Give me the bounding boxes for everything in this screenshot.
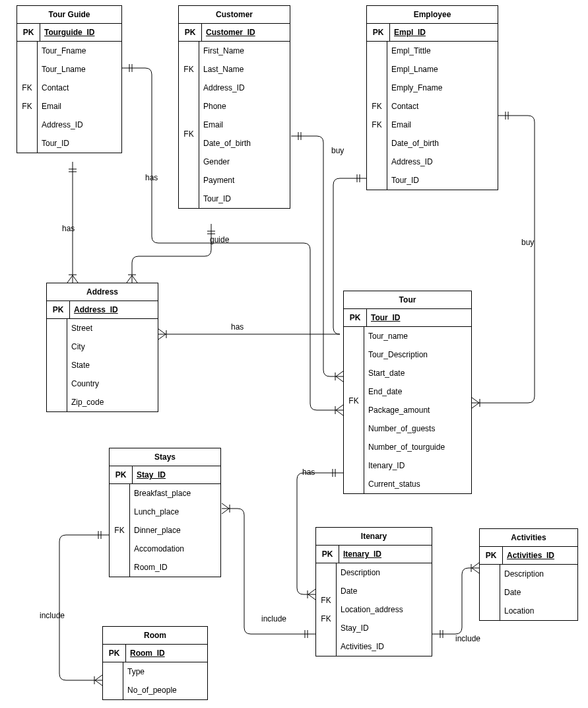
attr-name: Phone bbox=[199, 97, 290, 116]
rel-itenary-include-stays: include bbox=[261, 614, 286, 623]
attr-name: Number_of_guests bbox=[364, 419, 471, 438]
entity-activities: Activities PK Activities_ID Description … bbox=[479, 528, 578, 621]
pk-name: Activities_ID bbox=[503, 547, 577, 564]
attr-key bbox=[344, 410, 364, 419]
pk-label: PK bbox=[47, 301, 70, 318]
attr-name: Location_address bbox=[337, 600, 432, 619]
entity-stays-title: Stays bbox=[110, 448, 220, 466]
rel-itenary-include-activities: include bbox=[455, 634, 480, 643]
attr-key bbox=[110, 493, 129, 503]
entity-room-title: Room bbox=[103, 627, 207, 645]
attr-key bbox=[344, 364, 364, 373]
pk-label: PK bbox=[344, 309, 367, 326]
attr-name: Current_status bbox=[364, 475, 471, 493]
attr-name: Description bbox=[337, 563, 432, 582]
entity-room: Room PK Room_ID Type No_of_people bbox=[102, 626, 208, 700]
attr-key bbox=[344, 373, 364, 382]
attr-name: Package_amount bbox=[364, 401, 471, 419]
attr-key: FK bbox=[316, 610, 336, 628]
pk-label: PK bbox=[179, 24, 202, 41]
attr-key bbox=[179, 42, 199, 51]
attr-key bbox=[367, 69, 387, 79]
attr-name: Street bbox=[67, 319, 158, 337]
attr-key: FK bbox=[110, 521, 129, 540]
attr-key bbox=[179, 116, 199, 125]
entity-tour-guide-title: Tour Guide bbox=[17, 6, 121, 24]
attr-name: Tour_ID bbox=[38, 134, 121, 153]
attr-key: FK bbox=[17, 97, 37, 116]
entity-customer-title: Customer bbox=[179, 6, 290, 24]
pk-label: PK bbox=[316, 546, 339, 563]
attr-key bbox=[17, 60, 37, 69]
rel-customer-buy-tour: buy bbox=[331, 146, 344, 155]
rel-tourguide-guide-tour: guide bbox=[210, 235, 229, 244]
rel-employee-buy-tour: buy bbox=[521, 238, 534, 247]
attr-name: Email bbox=[38, 97, 121, 116]
entity-address-title: Address bbox=[47, 283, 158, 301]
attr-key bbox=[367, 88, 387, 97]
attr-name: State bbox=[67, 356, 158, 374]
entity-address: Address PK Address_ID Street City State … bbox=[46, 283, 158, 412]
attr-name: Date bbox=[500, 583, 577, 602]
pk-label: PK bbox=[110, 466, 133, 483]
attr-key bbox=[480, 574, 500, 583]
attr-key bbox=[367, 79, 387, 88]
attr-key bbox=[367, 60, 387, 69]
attr-key bbox=[344, 327, 364, 336]
attr-name: Tour_Lname bbox=[38, 60, 121, 79]
attr-name: Date_of_birth bbox=[387, 134, 498, 153]
rel-employee-has-address: has bbox=[231, 322, 244, 332]
attr-key bbox=[47, 319, 67, 328]
attr-name: Date_of_birth bbox=[199, 134, 290, 153]
attr-key bbox=[344, 355, 364, 364]
entity-tour: Tour PK Tour_ID FK Tour_name Tour_Descri… bbox=[343, 291, 472, 494]
attr-name: Stay_ID bbox=[337, 619, 432, 637]
attr-key bbox=[103, 672, 123, 681]
entity-tour-title: Tour bbox=[344, 291, 471, 309]
attr-key bbox=[480, 583, 500, 592]
attr-name: Description bbox=[500, 565, 577, 583]
attr-key: FK bbox=[344, 392, 364, 410]
attr-name: Email bbox=[387, 116, 498, 134]
attr-name: Type bbox=[123, 662, 207, 681]
attr-key bbox=[47, 328, 67, 337]
attr-name: Accomodation bbox=[130, 540, 220, 558]
entity-employee-title: Employee bbox=[367, 6, 498, 24]
attr-key bbox=[316, 582, 336, 591]
pk-label: PK bbox=[17, 24, 40, 41]
pk-label: PK bbox=[103, 645, 126, 662]
attr-key bbox=[47, 356, 67, 365]
attr-key bbox=[316, 573, 336, 582]
attr-key bbox=[480, 565, 500, 574]
pk-name: Customer_ID bbox=[202, 24, 290, 41]
attr-name: Tour_ID bbox=[387, 171, 498, 190]
pk-name: Itenary_ID bbox=[339, 546, 432, 563]
attr-key bbox=[47, 337, 67, 347]
attr-name: Zip_code bbox=[67, 393, 158, 411]
attr-name: Number_of_tourguide bbox=[364, 438, 471, 456]
attr-key bbox=[344, 382, 364, 392]
attr-name: Email bbox=[199, 116, 290, 134]
attr-name: Emply_Fname bbox=[387, 79, 498, 97]
attr-name: Lunch_place bbox=[130, 503, 220, 521]
attr-name: Tour_ID bbox=[199, 190, 290, 208]
attr-name: Empl_Lname bbox=[387, 60, 498, 79]
entity-tour-guide: Tour Guide PK Tourguide_ID FK FK Tour_Fn… bbox=[16, 5, 122, 153]
attr-name: Room_ID bbox=[130, 558, 220, 577]
attr-key: FK bbox=[367, 97, 387, 116]
attr-key: FK bbox=[179, 125, 199, 143]
pk-label: PK bbox=[480, 547, 503, 564]
attr-key bbox=[344, 336, 364, 345]
attr-name: Location bbox=[500, 602, 577, 620]
attr-key bbox=[17, 69, 37, 79]
attr-name: Tour_Fname bbox=[38, 42, 121, 60]
attr-key bbox=[316, 563, 336, 573]
attr-name: Address_ID bbox=[387, 153, 498, 171]
rel-customer-has-address: has bbox=[145, 173, 158, 182]
pk-name: Stay_ID bbox=[133, 466, 220, 483]
attr-name: Address_ID bbox=[38, 116, 121, 134]
attr-name: Tour_name bbox=[364, 327, 471, 345]
attr-name: Payment bbox=[199, 171, 290, 190]
attr-name: Dinner_place bbox=[130, 521, 220, 540]
rel-tour-has-itenary: has bbox=[302, 468, 315, 477]
